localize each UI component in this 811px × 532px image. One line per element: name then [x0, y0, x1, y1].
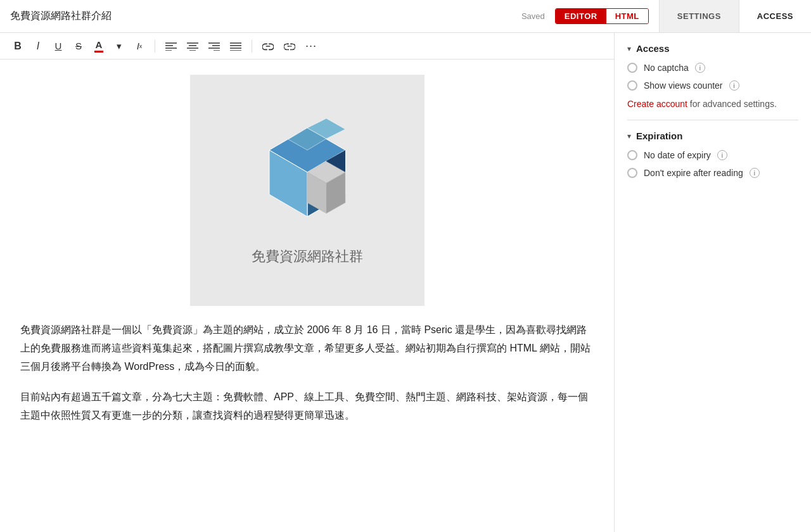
header-left: 免費資源網路社群介紹 Saved EDITOR HTML: [0, 8, 659, 24]
separator-2: [252, 40, 252, 53]
no-expiry-row: No date of expiry i: [627, 150, 798, 160]
logo-label: 免費資源網路社群: [252, 247, 363, 266]
link-button[interactable]: [260, 41, 276, 52]
paragraph-1: 免費資源網路社群是一個以「免費資源」為主題的網站，成立於 2006 年 8 月 …: [20, 321, 594, 376]
unlink-button[interactable]: [281, 41, 298, 52]
show-views-info-icon[interactable]: i: [729, 80, 739, 91]
page-title: 免費資源網路社群介紹: [10, 10, 112, 23]
right-sidebar: ▾ Access No captcha i Show views counter…: [615, 33, 811, 532]
content-area: 免費資源網路社群 免費資源網路社群是一個以「免費資源」為主題的網站，成立於 20…: [0, 60, 614, 532]
no-captcha-row: No captcha i: [627, 63, 798, 73]
font-color-button[interactable]: A: [91, 38, 106, 54]
dont-expire-radio[interactable]: [627, 168, 637, 178]
expiration-section-header: ▾ Expiration: [627, 130, 798, 141]
saved-status: Saved: [521, 11, 545, 21]
align-center-button[interactable]: [184, 41, 201, 52]
image-box: 免費資源網路社群: [190, 75, 425, 306]
no-captcha-label: No captcha: [644, 63, 689, 73]
logo-container: 免費資源網路社群: [244, 115, 371, 266]
dont-expire-row: Don't expire after reading i: [627, 168, 798, 178]
editor-html-tabs: EDITOR HTML: [555, 8, 649, 24]
clear-format-button[interactable]: Ix: [132, 39, 147, 53]
show-views-radio[interactable]: [627, 80, 637, 91]
sidebar-content: ▾ Access No captcha i Show views counter…: [615, 33, 811, 196]
content-body: 免費資源網路社群是一個以「免費資源」為主題的網站，成立於 2006 年 8 月 …: [20, 321, 594, 425]
no-expiry-info-icon[interactable]: i: [717, 150, 727, 160]
paragraph-2: 目前站內有超過五千篇文章，分為七大主題：免費軟體、APP、線上工具、免費空間、熱…: [20, 388, 594, 425]
no-captcha-info-icon[interactable]: i: [695, 63, 705, 73]
header-right: SETTINGS ACCESS: [659, 0, 811, 32]
show-views-label: Show views counter: [644, 80, 723, 91]
html-tab[interactable]: HTML: [606, 9, 648, 23]
align-justify-button[interactable]: [227, 41, 244, 52]
bold-button[interactable]: B: [10, 39, 25, 53]
create-account-link[interactable]: Create account: [627, 99, 687, 109]
advanced-text: for advanced settings.: [687, 99, 777, 109]
editor-area: B I U S A ▾ Ix: [0, 33, 615, 532]
advanced-settings-row: Create account for advanced settings.: [627, 98, 798, 110]
no-expiry-label: No date of expiry: [644, 150, 711, 160]
access-tab[interactable]: ACCESS: [739, 0, 811, 32]
no-captcha-radio[interactable]: [627, 63, 637, 73]
expiration-section-title: Expiration: [636, 130, 682, 141]
show-views-row: Show views counter i: [627, 80, 798, 91]
access-chevron: ▾: [627, 44, 631, 53]
align-left-button[interactable]: [163, 41, 179, 52]
settings-tab[interactable]: SETTINGS: [659, 0, 739, 32]
underline-button[interactable]: U: [51, 39, 66, 53]
align-right-button[interactable]: [206, 41, 222, 52]
dont-expire-info-icon[interactable]: i: [750, 168, 760, 178]
access-section-title: Access: [636, 43, 670, 54]
separator-1: [155, 40, 155, 53]
content-image: 免費資源網路社群: [20, 75, 594, 306]
more-button[interactable]: ···: [303, 38, 319, 54]
editor-tab[interactable]: EDITOR: [556, 9, 606, 23]
main-layout: B I U S A ▾ Ix: [0, 33, 811, 532]
top-header: 免費資源網路社群介紹 Saved EDITOR HTML SETTINGS AC…: [0, 0, 811, 33]
access-section-header: ▾ Access: [627, 43, 798, 54]
logo-svg: [244, 115, 371, 242]
section-divider: [627, 120, 798, 120]
dropdown-button[interactable]: ▾: [112, 39, 127, 53]
dont-expire-label: Don't expire after reading: [644, 168, 743, 178]
editor-toolbar: B I U S A ▾ Ix: [0, 33, 614, 60]
expiration-chevron: ▾: [627, 132, 631, 141]
italic-button[interactable]: I: [30, 39, 46, 53]
no-expiry-radio[interactable]: [627, 150, 637, 160]
strikethrough-button[interactable]: S: [71, 39, 86, 53]
